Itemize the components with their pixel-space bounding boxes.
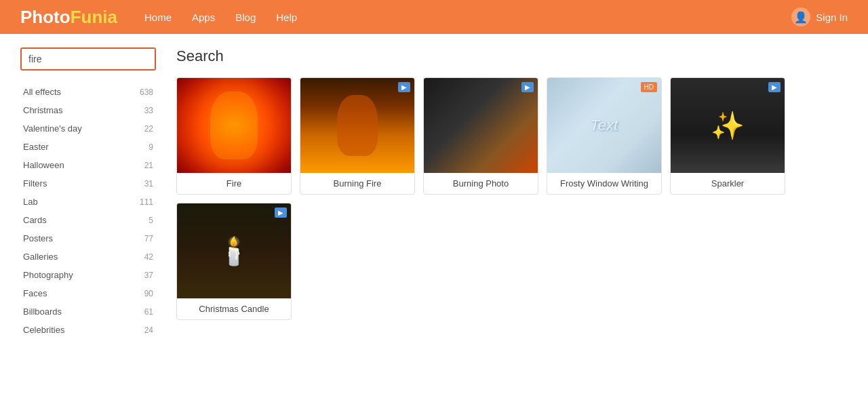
- sidebar-item-filters[interactable]: Filters31: [20, 174, 156, 193]
- sidebar-item-billboards[interactable]: Billboards61: [20, 302, 156, 321]
- sidebar-item-posters[interactable]: Posters77: [20, 229, 156, 248]
- effect-label-0: Fire: [177, 173, 291, 194]
- sidebar-item-count: 21: [144, 161, 153, 170]
- user-icon: 👤: [791, 7, 810, 26]
- search-title: Search: [176, 47, 848, 65]
- sidebar-item-count: 42: [144, 252, 153, 262]
- sidebar-item-count: 111: [140, 197, 153, 207]
- effect-card-5[interactable]: ▶Christmas Candle: [176, 203, 292, 320]
- video-badge: ▶: [275, 208, 287, 218]
- sidebar-item-label: Lab: [23, 197, 38, 207]
- video-badge: ▶: [521, 82, 534, 92]
- sidebar-item-count: 24: [144, 326, 153, 335]
- sidebar-item-galleries[interactable]: Galleries42: [20, 248, 156, 266]
- sidebar-item-label: Cards: [23, 215, 47, 225]
- sidebar-item-count: 22: [144, 124, 153, 134]
- sidebar-item-label: Christmas: [23, 105, 63, 115]
- sidebar-item-count: 90: [144, 289, 153, 298]
- effect-thumbnail-1: ▶: [300, 78, 414, 173]
- hd-badge: HD: [641, 82, 657, 92]
- sidebar-item-label: Halloween: [23, 160, 64, 170]
- sidebar-item-easter[interactable]: Easter9: [20, 138, 156, 156]
- sign-in-label: Sign In: [816, 12, 848, 23]
- effect-thumbnail-0: [177, 78, 291, 173]
- search-box: 🔍: [20, 47, 156, 71]
- sidebar-item-count: 9: [149, 142, 153, 152]
- search-button[interactable]: 🔍: [154, 49, 156, 69]
- effect-label-3: Frosty Window Writing: [547, 173, 661, 194]
- sidebar-item-label: Valentine's day: [23, 123, 82, 134]
- sidebar-item-celebrities[interactable]: Celebrities24: [20, 321, 156, 339]
- sidebar-item-lab[interactable]: Lab111: [20, 193, 156, 211]
- logo-funia: Funia: [71, 7, 117, 28]
- sidebar-item-count: 33: [144, 106, 153, 115]
- category-list: All effects638Christmas33Valentine's day…: [20, 83, 156, 339]
- sidebar-item-count: 638: [140, 87, 153, 97]
- effect-card-2[interactable]: ▶Burning Photo: [423, 77, 538, 195]
- effect-label-5: Christmas Candle: [177, 298, 291, 319]
- effects-grid: Fire▶Burning Fire▶Burning PhotoHDFrosty …: [176, 77, 848, 320]
- sidebar-item-count: 31: [144, 179, 153, 189]
- main-content: Search Fire▶Burning Fire▶Burning PhotoHD…: [176, 47, 848, 339]
- sidebar-item-valentine's-day[interactable]: Valentine's day22: [20, 119, 156, 138]
- content-area: 🔍 All effects638Christmas33Valentine's d…: [0, 34, 868, 353]
- effect-card-0[interactable]: Fire: [176, 77, 292, 195]
- main-nav: Home Apps Blog Help: [144, 12, 791, 23]
- sidebar: 🔍 All effects638Christmas33Valentine's d…: [20, 47, 156, 339]
- sidebar-item-christmas[interactable]: Christmas33: [20, 101, 156, 119]
- search-input[interactable]: [22, 50, 154, 68]
- sidebar-item-cards[interactable]: Cards5: [20, 211, 156, 229]
- effect-card-4[interactable]: ▶Sparkler: [670, 77, 785, 195]
- sidebar-item-label: Easter: [23, 142, 49, 152]
- sidebar-item-photography[interactable]: Photography37: [20, 266, 156, 284]
- sidebar-item-faces[interactable]: Faces90: [20, 284, 156, 302]
- sidebar-item-count: 5: [149, 216, 153, 225]
- effect-label-1: Burning Fire: [300, 173, 414, 194]
- sidebar-item-label: All effects: [23, 87, 61, 97]
- sidebar-item-halloween[interactable]: Halloween21: [20, 156, 156, 174]
- video-badge: ▶: [398, 82, 410, 92]
- effect-thumbnail-5: ▶: [177, 203, 291, 298]
- sidebar-item-count: 61: [144, 307, 153, 317]
- sidebar-item-label: Posters: [23, 233, 53, 243]
- sidebar-item-label: Filters: [23, 178, 47, 189]
- sidebar-item-label: Galleries: [23, 252, 58, 262]
- video-badge: ▶: [768, 82, 781, 92]
- header: PhotoFunia Home Apps Blog Help 👤 Sign In: [0, 0, 868, 34]
- effect-thumbnail-3: HD: [547, 78, 661, 173]
- sidebar-item-label: Billboards: [23, 307, 62, 317]
- effect-thumbnail-4: ▶: [671, 78, 785, 173]
- effect-thumbnail-2: ▶: [424, 78, 538, 173]
- nav-home[interactable]: Home: [144, 12, 172, 23]
- effect-card-3[interactable]: HDFrosty Window Writing: [547, 77, 662, 195]
- sidebar-item-label: Photography: [23, 270, 73, 280]
- sidebar-item-count: 37: [144, 271, 153, 280]
- sign-in-button[interactable]: 👤 Sign In: [791, 7, 848, 26]
- sidebar-item-all-effects[interactable]: All effects638: [20, 83, 156, 101]
- effect-label-4: Sparkler: [671, 173, 785, 194]
- effect-card-1[interactable]: ▶Burning Fire: [300, 77, 415, 195]
- logo-photo: Photo: [20, 7, 71, 28]
- sidebar-item-label: Celebrities: [23, 325, 64, 335]
- sidebar-item-count: 77: [144, 234, 153, 243]
- logo[interactable]: PhotoFunia: [20, 7, 117, 28]
- effect-label-2: Burning Photo: [424, 173, 538, 194]
- nav-apps[interactable]: Apps: [192, 12, 215, 23]
- nav-blog[interactable]: Blog: [235, 12, 256, 23]
- nav-help[interactable]: Help: [276, 12, 297, 23]
- sidebar-item-label: Faces: [23, 288, 47, 298]
